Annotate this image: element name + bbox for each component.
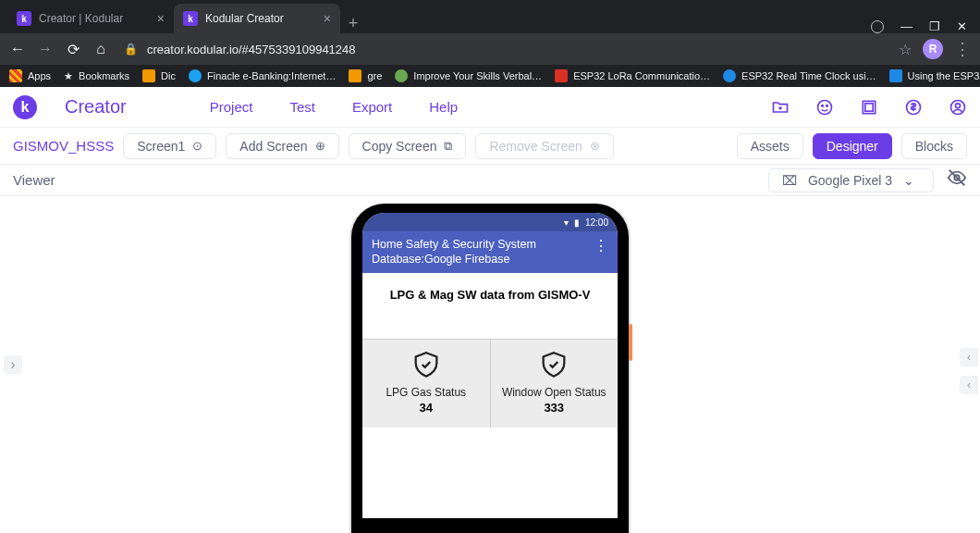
project-toolbar: GISMOV_HSSS Screen1 ⊙ Add Screen ⊕ Copy … [0,128,980,165]
url-text: creator.kodular.io/#4575339109941248 [147,43,356,56]
visibility-toggle-icon[interactable] [947,167,967,192]
panel-expand-right[interactable]: ‹ [960,376,978,394]
menu-test[interactable]: Test [289,99,315,115]
tab-strip: k Creator | Kodular × k Kodular Creator … [0,0,980,33]
overflow-menu-icon[interactable]: ⋮ [594,237,608,254]
minimize-icon[interactable]: — [900,19,913,33]
shield-check-icon [496,349,613,380]
card-label: LPG Gas Status [368,386,484,399]
bookmark-item[interactable]: Using the ESP32 with RTC… [889,69,980,82]
new-tab-button[interactable]: + [340,14,366,33]
bookmark-favicon-icon [555,69,568,82]
back-icon[interactable]: ← [9,41,26,57]
browser-menu-icon[interactable]: ⋮ [954,39,971,59]
kodular-brand: Creator [65,96,127,118]
menu-project[interactable]: Project [210,99,253,115]
remove-screen-button[interactable]: Remove Screen ⊗ [475,133,613,159]
bookmark-favicon-icon [723,69,736,82]
wifi-icon: ▾ [564,217,569,228]
remove-circle-icon: ⊗ [590,139,600,153]
svg-point-0 [818,100,832,114]
screen-selector[interactable]: Screen1 ⊙ [123,133,216,159]
panel-expand-left[interactable]: › [4,355,22,374]
devices-icon: ⌧ [782,173,797,188]
viewer-toolbar: Viewer ⌧ Google Pixel 3 ⌄ [0,165,980,196]
tab-favicon-icon: k [17,11,31,26]
plus-circle-icon: ⊕ [315,139,325,153]
forward-icon[interactable]: → [37,41,54,57]
bookmark-item[interactable]: ESP32 LoRa Communicatio… [555,69,710,82]
add-screen-button[interactable]: Add Screen ⊕ [226,133,338,159]
panel-expand-right[interactable]: ‹ [960,348,978,366]
card-value: 333 [496,401,613,415]
bookmarks-shortcut[interactable]: ★Bookmarks [64,70,129,82]
bookmark-star-icon[interactable]: ☆ [899,41,912,58]
phone-power-button-icon [629,324,632,361]
bookmark-favicon-icon [889,69,902,82]
viewer-canvas: › ‹ ‹ ▾ ▮ 12:00 Home Safety & Security S… [0,196,980,533]
apps-shortcut[interactable]: Apps [9,69,51,82]
phone-status-bar: ▾ ▮ 12:00 [362,213,618,231]
app-subtitle: Database:Google Firebase [372,252,536,266]
card-label: Window Open Status [496,386,613,399]
window-controls: — ❐ ✕ [871,19,980,33]
browser-tab[interactable]: k Creator | Kodular × [7,4,174,33]
copy-icon: ⧉ [444,139,452,154]
account-icon[interactable] [949,98,967,117]
svg-point-7 [956,103,961,107]
bookmark-item[interactable]: gre [349,69,382,82]
kodular-menu: Project Test Export Help [210,99,458,115]
status-card: Window Open Status 333 [491,340,619,428]
section-heading: LPG & Mag SW data from GISMO-V [362,273,618,339]
window-close-icon[interactable]: ✕ [957,19,967,33]
tab-title: Kodular Creator [205,12,284,25]
kodular-app-bar: k Creator Project Test Export Help [0,87,980,128]
bookmark-favicon-icon [142,69,155,82]
copy-screen-button[interactable]: Copy Screen ⧉ [349,133,467,159]
bookmark-favicon-icon [189,69,202,82]
device-selector[interactable]: ⌧ Google Pixel 3 ⌄ [768,168,934,192]
svg-point-2 [827,105,828,106]
app-title-bar: Home Safety & Security System Database:G… [362,231,618,273]
apps-icon [9,69,22,82]
menu-help[interactable]: Help [429,99,458,115]
battery-icon: ▮ [574,217,580,228]
app-title: Home Safety & Security System [372,237,536,252]
bookmark-item[interactable]: ESP32 Real Time Clock usi… [723,69,876,82]
add-folder-icon[interactable] [771,98,790,117]
bookmark-item[interactable]: Finacle e-Banking:Internet… [189,69,336,82]
tab-title: Creator | Kodular [39,12,123,25]
home-icon[interactable]: ⌂ [92,41,109,57]
bookmark-favicon-icon [349,69,361,82]
svg-rect-4 [865,103,873,110]
reload-icon[interactable]: ⟳ [65,41,81,58]
profile-avatar[interactable]: R [923,39,943,59]
viewer-label: Viewer [13,172,55,188]
menu-export[interactable]: Export [352,99,392,115]
bookmark-item[interactable]: Dic [142,69,176,82]
lock-icon: 🔒 [124,43,138,56]
close-icon[interactable]: × [324,11,331,26]
library-icon[interactable] [860,98,878,117]
address-bar-row: ← → ⟳ ⌂ 🔒 creator.kodular.io/#4575339109… [0,33,980,65]
blocks-button[interactable]: Blocks [901,133,967,159]
account-indicator-icon[interactable] [871,20,884,33]
status-card: LPG Gas Status 34 [362,340,491,428]
close-icon[interactable]: × [157,11,165,26]
bookmark-favicon-icon [395,69,408,82]
designer-button[interactable]: Designer [813,133,892,159]
phone-frame: ▾ ▮ 12:00 Home Safety & Security System … [351,204,629,533]
monetize-icon[interactable] [904,98,923,117]
card-value: 34 [368,401,484,415]
assets-button[interactable]: Assets [737,133,803,159]
star-icon: ★ [64,70,73,82]
chevron-down-icon: ⊙ [192,139,202,153]
browser-tab[interactable]: k Kodular Creator × [174,4,340,33]
status-cards-row: LPG Gas Status 34 Window Open Status 333 [362,339,618,428]
address-bar[interactable]: 🔒 creator.kodular.io/#4575339109941248 ☆ [120,41,912,58]
maximize-icon[interactable]: ❐ [929,19,940,33]
svg-point-1 [822,105,824,106]
game-icon[interactable] [815,98,834,117]
bookmark-item[interactable]: Improve Your Skills Verbal… [395,69,542,82]
kodular-logo-icon[interactable]: k [13,95,37,119]
